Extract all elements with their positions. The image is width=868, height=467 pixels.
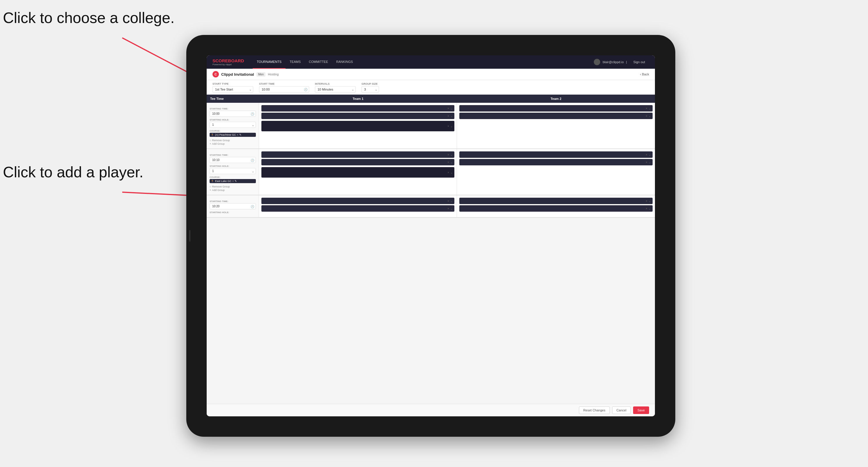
slot-edit-2-2[interactable]: ⌄ [649,115,651,118]
clock-icon-3: 🕙 [251,205,254,208]
starting-hole-select-1[interactable]: 1 [210,122,256,128]
g2-slot-1-3[interactable]: × ⌄ [261,167,454,178]
slot-x-1-2[interactable]: × [447,115,449,118]
back-button[interactable]: ‹ Back [640,72,649,76]
g2-slot-2-2[interactable]: × ⌄ [459,159,653,165]
slot-edit-1-3[interactable]: ⌄ [450,125,453,128]
sign-out-link[interactable]: Sign out [629,60,649,64]
add-group-2[interactable]: + Add Group [210,188,256,192]
course-tag-2[interactable]: 🏌 East Lake GC × ✎ [210,179,256,183]
g3-slot-x-2-2[interactable]: × [646,207,647,210]
group-2-team2: × ⌄ × ⌄ [457,149,655,195]
course-remove-1[interactable]: × [237,133,238,136]
controls-row: Start Type 1st Tee Start Start Time 🕙 In… [207,80,655,95]
nav-rankings[interactable]: RANKINGS [332,55,357,69]
g2-slot-edit-2-2[interactable]: ⌄ [649,161,651,164]
g2-slot-1-1[interactable]: × ⌄ [261,151,454,158]
g2-slot-x-2-2[interactable]: × [646,161,647,164]
course-label-2: COURSE: [210,176,256,179]
group-size-wrapper: 3 [362,86,379,93]
course-tag-1[interactable]: 🏌 (A) Peachtree GC × ✎ [210,133,256,137]
slot-edit-2-1[interactable]: ⌄ [649,107,651,110]
g2-slot-edit-2-1[interactable]: ⌄ [649,153,651,156]
course-edit-1[interactable]: ✎ [239,133,242,136]
slot-edit-1-1[interactable]: ⌄ [450,107,453,110]
g2-slot-1-2[interactable]: × ⌄ [261,159,454,165]
g2-slot-x-1-3[interactable]: × [447,171,449,174]
g2-slot-x-1-1[interactable]: × [447,153,449,156]
starting-time-input-3[interactable] [210,203,256,209]
remove-group-2[interactable]: ○ Remove Group [210,185,256,188]
g2-slot-edit-1-3[interactable]: ⌄ [450,171,453,174]
starting-hole-wrapper-2: 1 [210,168,256,174]
starting-hole-select-2[interactable]: 1 [210,168,256,174]
start-type-group: Start Type 1st Tee Start [213,83,253,93]
course-remove-2[interactable]: × [232,180,234,183]
intervals-select[interactable]: 10 Minutes [315,86,356,93]
user-email: blair@clippd.io [602,60,623,64]
intervals-label: Intervals [315,83,356,85]
nav-teams[interactable]: TEAMS [285,55,305,69]
g3-slot-2-1[interactable]: × ⌄ [459,198,653,204]
slot-icons-1-1: × ⌄ [447,107,453,110]
group-2-team1: × ⌄ × ⌄ × ⌄ [259,149,457,195]
nav-committee[interactable]: COMMITTEE [305,55,332,69]
reset-changes-button[interactable]: Reset Changes [579,406,610,414]
player-slot-1-2[interactable]: × ⌄ [261,113,454,119]
player-slot-2-1[interactable]: × ⌄ [459,105,653,112]
slot-edit-1-2[interactable]: ⌄ [450,115,453,118]
cancel-button[interactable]: Cancel [612,406,631,414]
g3-slot-edit-1-2[interactable]: ⌄ [450,207,453,210]
g2-slot-edit-1-2[interactable]: ⌄ [450,161,453,164]
starting-time-wrapper-2: 🕙 [210,157,256,163]
starting-hole-label-3: STARTING HOLE: [210,211,256,214]
group-row-2: STARTING TIME: 🕙 STARTING HOLE: 1 COURSE… [207,149,655,195]
g2-slot-2-1[interactable]: × ⌄ [459,151,653,158]
start-time-wrapper: 🕙 [259,86,309,93]
starting-time-label-2: STARTING TIME: [210,154,256,156]
g3-slot-1-2[interactable]: × ⌄ [261,205,454,212]
slot-x-2-1[interactable]: × [646,107,647,110]
slot-x-1-1[interactable]: × [447,107,449,110]
player-slot-1-3[interactable]: × ⌄ [261,121,454,131]
group-2-left: STARTING TIME: 🕙 STARTING HOLE: 1 COURSE… [207,149,259,195]
g2-slot-x-1-2[interactable]: × [447,161,449,164]
player-slot-1-1[interactable]: × ⌄ [261,105,454,112]
g3-slot-edit-1-1[interactable]: ⌄ [450,199,453,203]
logo-text: SCOREBOARD [213,58,244,63]
nav-tournaments[interactable]: TOURNAMENTS [253,55,285,69]
remove-group-1[interactable]: ○ Remove Group [210,138,256,142]
g3-slot-1-1[interactable]: × ⌄ [261,198,454,204]
slot-x-2-2[interactable]: × [646,115,647,118]
g3-slot-x-1-2[interactable]: × [447,207,449,210]
g3-slot-x-1-1[interactable]: × [447,199,449,203]
course-edit-2[interactable]: ✎ [235,180,237,183]
g3-slot-x-2-1[interactable]: × [646,199,647,203]
starting-hole-label-1: STARTING HOLE: [210,119,256,121]
starting-time-wrapper-3: 🕙 [210,203,256,209]
tablet-side-button [189,230,190,242]
group-1-actions: ○ Remove Group + Add Group [210,138,256,146]
g2-slot-edit-1-1[interactable]: ⌄ [450,153,453,156]
start-time-input[interactable] [259,86,309,93]
tournament-name: Clippd Invitational [221,72,254,76]
hosting-badge: Hosting [268,72,279,76]
save-button[interactable]: Save [633,406,649,414]
add-group-1[interactable]: + Add Group [210,142,256,146]
g2-slot-x-2-1[interactable]: × [646,153,647,156]
clock-icon-1: 🕙 [251,112,254,115]
group-1-team2: × ⌄ × ⌄ [457,103,655,149]
app-logo: SCOREBOARD Powered by clippd [213,58,244,66]
g3-slot-2-2[interactable]: × ⌄ [459,205,653,212]
starting-time-input-1[interactable] [210,111,256,117]
annotation-player: Click to add a player. [3,163,144,181]
start-type-select[interactable]: 1st Tee Start [213,86,253,93]
starting-time-input-2[interactable] [210,157,256,163]
slot-x-1-3[interactable]: × [447,125,449,128]
g3-slot-edit-2-2[interactable]: ⌄ [649,207,651,210]
group-row-3: STARTING TIME: 🕙 STARTING HOLE: × ⌄ [207,195,655,218]
group-3-team1: × ⌄ × ⌄ [259,195,457,217]
group-size-select[interactable]: 3 [362,86,379,93]
player-slot-2-2[interactable]: × ⌄ [459,113,653,119]
g3-slot-edit-2-1[interactable]: ⌄ [649,199,651,203]
